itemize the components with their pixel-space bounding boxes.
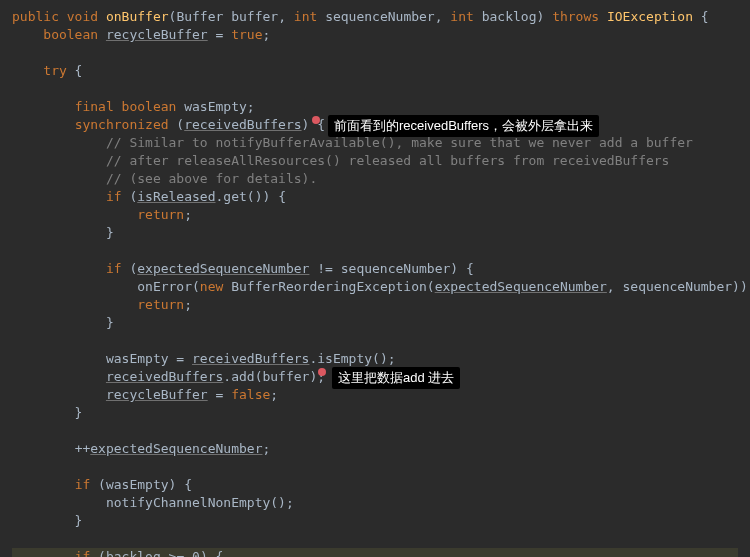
kw: synchronized [75,117,169,132]
call: notifyChannelNonEmpty [106,495,270,510]
kw: if [106,189,122,204]
var: recycleBuffer [106,27,208,42]
op: = [169,351,192,366]
breakpoint-icon[interactable] [312,116,320,124]
type: BufferReorderingException [231,279,427,294]
kw: public [12,9,59,24]
op: != [309,261,340,276]
op: ++ [75,441,91,456]
op: = [208,387,231,402]
kw: try [43,63,66,78]
call: onError [137,279,192,294]
var: expectedSequenceNumber [90,441,262,456]
var: sequenceNumber [341,261,451,276]
val: 0 [192,549,200,557]
op: >= [161,549,192,557]
op: = [208,27,231,42]
kw: if [75,477,91,492]
var: receivedBuffers [192,351,309,366]
kw: return [137,207,184,222]
comment: // Similar to notifyBufferAvailable(), m… [106,135,693,150]
type: int [450,9,473,24]
param: sequenceNumber [325,9,435,24]
kw: boolean [43,27,98,42]
var: sequenceNumber [623,279,733,294]
var: expectedSequenceNumber [137,261,309,276]
type: Buffer [176,9,223,24]
kw: new [200,279,223,294]
breakpoint-icon[interactable] [318,368,326,376]
call: .isEmpty() [309,351,387,366]
val: false [231,387,270,402]
param: buffer [231,9,278,24]
kw: if [75,549,91,557]
kw: if [106,261,122,276]
var: receivedBuffers [184,117,301,132]
val: true [231,27,262,42]
type: IOException [607,9,693,24]
code-editor: public void onBuffer(Buffer buffer, int … [12,8,738,557]
kw: final [75,99,114,114]
comment: // (see above for details). [106,171,317,186]
call: .add( [223,369,262,384]
var: buffer [262,369,309,384]
kw: throws [552,9,599,24]
var: recycleBuffer [106,387,208,402]
var: wasEmpty [106,477,169,492]
var: backlog [106,549,161,557]
call: .get() [216,189,263,204]
var: wasEmpty [106,351,169,366]
var: expectedSequenceNumber [435,279,607,294]
kw: return [137,297,184,312]
comment: // after releaseAllResources() released … [106,153,670,168]
kw: boolean [122,99,177,114]
var: wasEmpty [184,99,247,114]
kw: void [67,9,98,24]
type: int [294,9,317,24]
param: backlog [482,9,537,24]
var: isReleased [137,189,215,204]
method-name: onBuffer [106,9,169,24]
var: receivedBuffers [106,369,223,384]
